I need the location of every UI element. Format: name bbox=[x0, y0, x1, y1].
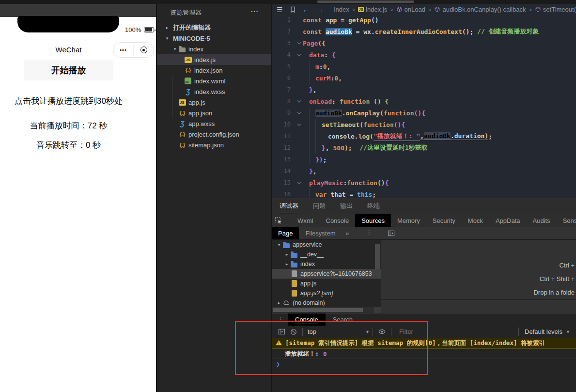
file-row-index[interactable]: ▾index bbox=[157, 44, 271, 54]
cloud-icon bbox=[282, 299, 290, 307]
seek-tip-text[interactable]: 点击我让播放进度跳到30秒处 bbox=[0, 95, 137, 107]
file-row-sitemap.json[interactable]: {..}sitemap.json bbox=[157, 140, 271, 150]
devtools-tab-Sensor[interactable]: Sensor bbox=[557, 214, 576, 227]
panel-tab-调试器[interactable]: 调试器 bbox=[280, 202, 298, 213]
panel-tab-终端[interactable]: 终端 bbox=[367, 202, 380, 210]
code-line[interactable]: 6curM:0, bbox=[272, 72, 576, 84]
code-line[interactable]: 4data: { bbox=[272, 49, 576, 61]
kebab-menu-icon[interactable]: ⋮ bbox=[278, 316, 283, 323]
code-line[interactable]: 2const audioBk = wx.createInnerAudioCont… bbox=[272, 26, 576, 37]
fold-toggle[interactable] bbox=[294, 181, 303, 184]
breadcrumb-item[interactable]: setTimeout( bbox=[535, 6, 576, 13]
console-prompt[interactable]: ❯ bbox=[272, 359, 576, 369]
console-log-message[interactable]: 播放就绪！: 0 bbox=[272, 349, 576, 359]
code-area[interactable]: 1const app = getApp()2const audioBk = wx… bbox=[272, 14, 576, 200]
fold-toggle[interactable] bbox=[294, 123, 303, 126]
tree-row[interactable]: ▾appservice bbox=[272, 240, 381, 250]
breadcrumb-item[interactable]: audioBk.onCanplay() callback bbox=[434, 6, 526, 13]
devtools-tab-Mock[interactable]: Mock bbox=[462, 214, 489, 227]
tree-row[interactable]: appservice?t=1610676853 bbox=[272, 269, 381, 279]
more-menu-icon[interactable]: ••• bbox=[113, 47, 133, 53]
vertical-scrollbar[interactable] bbox=[375, 244, 380, 269]
devtools-tab-Sources[interactable]: Sources bbox=[355, 214, 391, 227]
close-record-icon[interactable] bbox=[134, 47, 154, 53]
devtools-tab-Memory[interactable]: Memory bbox=[391, 214, 426, 227]
code-token: setTimeout bbox=[322, 121, 359, 128]
line-number: 1 bbox=[272, 16, 294, 23]
tree-label: appservice?t=1610676853 bbox=[300, 270, 372, 277]
fold-toggle[interactable] bbox=[294, 53, 303, 56]
context-selector[interactable]: top ▼ bbox=[308, 328, 370, 335]
horizontal-scrollbar[interactable] bbox=[272, 307, 380, 313]
line-number: 12 bbox=[272, 144, 294, 151]
fold-toggle[interactable] bbox=[294, 100, 303, 103]
overflow-chevron-icon[interactable]: » bbox=[346, 230, 349, 237]
start-play-button[interactable]: 开始播放 bbox=[24, 60, 113, 80]
devtools-tab-Audits[interactable]: Audits bbox=[526, 214, 556, 227]
devtools-tab-Security[interactable]: Security bbox=[426, 214, 462, 227]
file-row-index.wxss[interactable]: Ʒindex.wxss bbox=[157, 86, 271, 97]
code-line[interactable]: 7}, bbox=[272, 84, 576, 95]
filter-input[interactable]: Filter bbox=[399, 328, 518, 335]
console-tab-Console[interactable]: Console bbox=[288, 314, 326, 326]
console-warning-message[interactable]: [sitemap 索引情况提示] 根据 sitemap 的规则[0]，当前页面 … bbox=[272, 338, 576, 349]
breadcrumb-item[interactable]: JSindex.js bbox=[358, 6, 387, 13]
breadcrumb-item[interactable]: onLoad bbox=[396, 6, 425, 13]
clear-console-icon[interactable] bbox=[290, 329, 297, 335]
back-arrow-icon[interactable]: ← bbox=[303, 5, 310, 14]
code-line[interactable]: 9audioBk.onCanplay(function(){ bbox=[272, 107, 576, 119]
panel-tab-输出[interactable]: 输出 bbox=[340, 202, 353, 210]
code-token: } bbox=[309, 86, 313, 94]
navigator-tab-Filesystem[interactable]: Filesystem bbox=[299, 227, 342, 239]
file-row-index.wxml[interactable]: <>index.wxml bbox=[157, 76, 271, 86]
tree-row[interactable]: ▸__dev__ bbox=[272, 250, 381, 259]
log-levels-dropdown[interactable]: Default levels ▼ bbox=[518, 328, 576, 336]
file-row-app.js[interactable]: JSapp.js bbox=[157, 97, 271, 108]
devtools-tab-Console[interactable]: Console bbox=[320, 214, 356, 227]
code-line[interactable]: 13}); bbox=[272, 154, 576, 165]
inspect-icon[interactable] bbox=[275, 217, 282, 224]
divider bbox=[302, 328, 303, 336]
file-row-index.js[interactable]: JSindex.js bbox=[157, 54, 271, 65]
code-line[interactable]: 8onLoad: function () { bbox=[272, 95, 576, 107]
file-row-app.wxss[interactable]: Ʒapp.wxss bbox=[157, 118, 271, 129]
section-project[interactable]: ▾ MINICODE-5 bbox=[157, 33, 271, 44]
code-line[interactable]: 15playMusic:function(){ bbox=[272, 177, 576, 188]
console-tab-Search[interactable]: Search bbox=[326, 314, 360, 326]
eye-icon[interactable] bbox=[378, 328, 386, 335]
devtools-tab-Wxml[interactable]: Wxml bbox=[291, 214, 320, 227]
tree-row[interactable]: app.js bbox=[272, 279, 381, 288]
top-scrollbar-thumb[interactable] bbox=[317, 0, 414, 3]
console-sidebar-icon[interactable] bbox=[278, 328, 285, 335]
file-row-index.json[interactable]: {..}index.json bbox=[157, 65, 271, 76]
code-line[interactable]: 5m:0, bbox=[272, 61, 576, 72]
code-line[interactable]: 10setTimeout(function(){ bbox=[272, 119, 576, 130]
tree-row[interactable]: app.js? [sm] bbox=[272, 288, 381, 298]
section-label: MINICODE-5 bbox=[173, 35, 210, 42]
code-token: curM bbox=[315, 75, 330, 82]
menu-icon[interactable]: ☰ bbox=[277, 6, 283, 14]
code-line[interactable]: 14}, bbox=[272, 165, 576, 177]
fold-toggle[interactable] bbox=[294, 42, 303, 45]
file-yellow-icon bbox=[290, 289, 298, 297]
section-open-editors[interactable]: ▸ 打开的编辑器 bbox=[157, 22, 271, 33]
fold-toggle[interactable] bbox=[294, 111, 303, 114]
file-row-app.json[interactable]: {..}app.json bbox=[157, 108, 271, 118]
bookmark-icon[interactable] bbox=[290, 6, 296, 13]
kebab-menu-icon[interactable]: ⋮ bbox=[366, 229, 372, 236]
devtools-tab-AppData[interactable]: AppData bbox=[489, 214, 527, 227]
navigator-tab-Page[interactable]: Page bbox=[272, 227, 299, 239]
explorer-more-icon[interactable]: ··· bbox=[251, 8, 259, 15]
capsule-menu[interactable]: ••• bbox=[113, 42, 154, 58]
code-line[interactable]: 11console.log("播放就绪！: ",audioBk.duration… bbox=[272, 130, 576, 142]
panel-tab-问题[interactable]: 问题 bbox=[313, 202, 326, 210]
code-line[interactable]: 1const app = getApp() bbox=[272, 14, 576, 26]
tree-row[interactable]: ▸(no domain) bbox=[272, 298, 381, 308]
code-line[interactable]: 12}, 500); //这里设置延时1秒获取 bbox=[272, 142, 576, 154]
tree-row[interactable]: ▸index bbox=[272, 259, 381, 269]
forward-arrow-icon[interactable]: → bbox=[317, 5, 324, 14]
hide-navigator-icon[interactable] bbox=[388, 230, 395, 237]
file-row-project.config.json[interactable]: {..}project.config.json bbox=[157, 129, 271, 140]
breadcrumb-item[interactable]: index bbox=[334, 6, 349, 13]
code-line[interactable]: 3Page({ bbox=[272, 37, 576, 49]
